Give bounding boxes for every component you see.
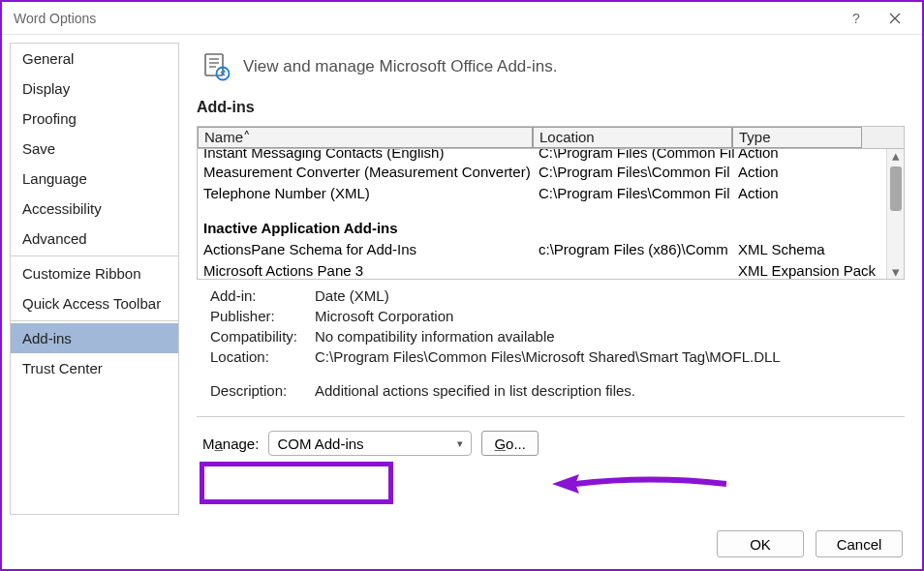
grid-body[interactable]: Instant Messaging Contacts (English)C:\P… xyxy=(198,149,904,279)
detail-label: Compatibility: xyxy=(210,328,315,345)
sidebar-item-add-ins[interactable]: Add-ins xyxy=(11,323,178,353)
close-button[interactable] xyxy=(876,4,914,33)
manage-dropdown[interactable]: COM Add-ins ▾ xyxy=(268,431,472,456)
category-sidebar: General Display Proofing Save Language A… xyxy=(10,43,179,515)
column-header-location[interactable]: Location xyxy=(533,127,732,148)
go-button[interactable]: Go... xyxy=(481,431,539,456)
sidebar-item-trust-center[interactable]: Trust Center xyxy=(11,353,178,383)
cell-name: Microsoft Actions Pane 3 xyxy=(203,262,539,279)
grid-row[interactable]: Measurement Converter (Measurement Conve… xyxy=(198,161,904,182)
sidebar-separator xyxy=(11,320,178,321)
divider xyxy=(197,416,905,417)
cell-type: Action xyxy=(738,164,883,180)
detail-row-location: Location: C:\Program Files\Common Files\… xyxy=(197,346,905,367)
detail-label: Add-in: xyxy=(210,287,315,304)
help-button[interactable]: ? xyxy=(837,4,876,33)
cancel-button[interactable]: Cancel xyxy=(816,530,903,557)
detail-label: Description: xyxy=(210,382,315,399)
scroll-down-icon[interactable]: ▾ xyxy=(887,265,904,279)
detail-label: Publisher: xyxy=(210,308,315,324)
detail-value: Date (XML) xyxy=(315,287,389,304)
word-options-window: Word Options ? General Display Proofing … xyxy=(0,0,924,571)
main-panel: View and manage Microsoft Office Add-ins… xyxy=(179,35,922,523)
svg-rect-0 xyxy=(205,54,223,75)
manage-row: Manage: COM Add-ins ▾ Go... xyxy=(197,427,905,460)
cell-name: Telephone Number (XML) xyxy=(203,185,539,201)
addin-details: Add-in: Date (XML) Publisher: Microsoft … xyxy=(197,286,905,401)
sidebar-item-customize-ribbon[interactable]: Customize Ribbon xyxy=(11,258,178,288)
cell-name: ActionsPane Schema for Add-Ins xyxy=(203,241,539,257)
cell-name: Inactive Application Add-ins xyxy=(203,220,539,236)
manage-label: Manage: xyxy=(202,436,259,452)
sidebar-item-general[interactable]: General xyxy=(11,44,178,74)
cell-type: XML Schema xyxy=(738,241,883,257)
grid-row[interactable]: ActionsPane Schema for Add-Insc:\Program… xyxy=(198,238,904,259)
sidebar-item-proofing[interactable]: Proofing xyxy=(11,104,178,134)
scroll-up-icon[interactable]: ▴ xyxy=(887,149,904,163)
page-heading: View and manage Microsoft Office Add-ins… xyxy=(243,57,557,76)
column-header-name[interactable]: Name˄ xyxy=(198,127,533,148)
cell-location: c:\Program Files (x86)\Comm xyxy=(539,241,738,257)
section-title: Add-ins xyxy=(197,99,905,116)
close-icon xyxy=(889,13,901,24)
sidebar-item-display[interactable]: Display xyxy=(11,74,178,104)
detail-row-description: Description: Additional actions specifie… xyxy=(197,380,905,401)
detail-value: Microsoft Corporation xyxy=(315,308,453,324)
detail-label: Location: xyxy=(210,348,315,365)
detail-row-compatibility: Compatibility: No compatibility informat… xyxy=(197,326,905,346)
detail-value: No compatibility information available xyxy=(315,328,555,345)
window-title: Word Options xyxy=(14,11,837,26)
cell-location: C:\Program Files (Common Fil xyxy=(539,149,738,161)
cell-location: C:\Program Files\Common Fil xyxy=(539,164,738,180)
sidebar-item-accessibility[interactable]: Accessibility xyxy=(11,194,178,224)
cell-name: Instant Messaging Contacts (English) xyxy=(203,149,539,161)
cell-name: Measurement Converter (Measurement Conve… xyxy=(203,164,539,180)
cell-type: Action xyxy=(738,149,883,161)
addins-icon xyxy=(202,52,231,81)
sidebar-item-save[interactable]: Save xyxy=(11,134,178,164)
manage-selected-value: COM Add-ins xyxy=(277,436,363,452)
sidebar-item-language[interactable]: Language xyxy=(11,164,178,194)
sidebar-separator xyxy=(11,255,178,256)
detail-row-publisher: Publisher: Microsoft Corporation xyxy=(197,306,905,326)
grid-row: Instant Messaging Contacts (English)C:\P… xyxy=(198,149,904,161)
column-header-type[interactable]: Type xyxy=(732,127,862,148)
sidebar-item-advanced[interactable]: Advanced xyxy=(11,224,178,254)
detail-value: Additional actions specified in list des… xyxy=(315,382,635,399)
addins-grid: Name˄ Location Type Instant Messaging Co… xyxy=(197,126,905,280)
dialog-footer: OK Cancel xyxy=(717,530,903,557)
ok-button[interactable]: OK xyxy=(717,530,804,557)
scroll-thumb[interactable] xyxy=(890,166,902,211)
detail-value: C:\Program Files\Common Files\Microsoft … xyxy=(315,348,781,365)
grid-row[interactable]: Microsoft Actions Pane 3XML Expansion Pa… xyxy=(198,259,904,279)
sidebar-item-quick-access-toolbar[interactable]: Quick Access Toolbar xyxy=(11,288,178,318)
titlebar: Word Options ? xyxy=(2,2,922,35)
detail-row-addin: Add-in: Date (XML) xyxy=(197,286,905,306)
chevron-down-icon: ▾ xyxy=(457,437,463,450)
grid-row[interactable]: Telephone Number (XML)C:\Program Files\C… xyxy=(198,182,904,203)
cell-type: Action xyxy=(738,185,883,201)
cell-location: C:\Program Files\Common Fil xyxy=(539,185,738,201)
grid-header: Name˄ Location Type xyxy=(198,127,904,149)
grid-row xyxy=(198,203,904,217)
cell-type: XML Expansion Pack xyxy=(738,262,883,279)
grid-section-header: Inactive Application Add-ins xyxy=(198,217,904,238)
grid-scrollbar[interactable]: ▴ ▾ xyxy=(886,149,904,279)
